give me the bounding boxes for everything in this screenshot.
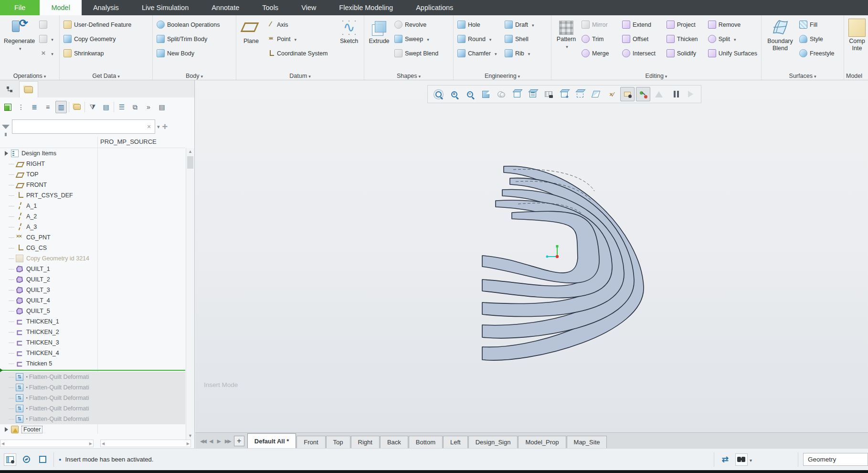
tree-item-a2[interactable]: A_2 xyxy=(0,211,185,222)
view-tab-model-prop[interactable]: Model_Prop xyxy=(518,436,566,448)
tree-horizontal-scrollbar[interactable] xyxy=(0,440,94,447)
tab-folder-browser[interactable] xyxy=(19,81,38,97)
rib-button[interactable]: Rib xyxy=(503,46,536,60)
clear-search-icon[interactable] xyxy=(147,123,155,130)
sketch-button[interactable]: Sketch xyxy=(337,18,361,70)
tree-vertical-scrollbar[interactable] xyxy=(186,148,194,440)
group-label-surfaces[interactable]: Surfaces xyxy=(762,73,844,79)
selection-filter-dropdown[interactable]: Geometry xyxy=(803,453,868,466)
collapse-all-button[interactable]: ≡ xyxy=(42,101,53,113)
checklist-view-button[interactable]: ☰ xyxy=(116,101,127,113)
delete-button[interactable] xyxy=(38,46,55,60)
tab-flexible-modeling[interactable]: Flexible Modeling xyxy=(328,0,404,15)
last-view-icon[interactable] xyxy=(225,438,230,444)
tab-live-simulation[interactable]: Live Simulation xyxy=(130,0,200,15)
zoom-in-button[interactable] xyxy=(447,87,461,101)
tree-item-thicken1[interactable]: THICKEN_1 xyxy=(0,316,185,327)
extend-button[interactable]: Extend xyxy=(621,18,664,32)
tree-column-header[interactable]: PRO_MP_SOURCE xyxy=(0,137,185,148)
tab-applications[interactable]: Applications xyxy=(404,0,465,15)
add-filter-button[interactable] xyxy=(162,121,168,132)
scroll-thumb[interactable] xyxy=(187,156,193,169)
shell-button[interactable]: Shell xyxy=(503,32,536,46)
expand-all-button[interactable]: ≣ xyxy=(29,101,40,113)
3d-model[interactable] xyxy=(468,153,659,368)
plane-button[interactable]: Plane xyxy=(239,18,264,70)
regenerate-dropdown[interactable] xyxy=(18,45,21,52)
render-style-button[interactable] xyxy=(494,87,508,101)
remove-button[interactable]: Remove xyxy=(707,18,759,32)
refit-button[interactable] xyxy=(431,87,445,101)
tree-item-flatten-quilt-2[interactable]: Flatten-Quilt Deformati xyxy=(0,382,185,393)
perspective-button[interactable] xyxy=(573,87,587,101)
view-tab-bottom[interactable]: Bottom xyxy=(409,436,443,448)
group-label-shapes[interactable]: Shapes xyxy=(364,73,453,79)
tab-view[interactable]: View xyxy=(290,0,328,15)
view-tab-top[interactable]: Top xyxy=(326,436,350,448)
scroll-down-icon[interactable] xyxy=(186,432,194,440)
solidify-button[interactable]: Solidify xyxy=(665,46,705,60)
group-label-body[interactable]: Body xyxy=(153,73,236,79)
tree-item-top[interactable]: TOP xyxy=(0,169,185,180)
intersect-button[interactable]: Intersect xyxy=(621,46,664,60)
spin-center-button[interactable] xyxy=(636,87,650,101)
thicken-button[interactable]: Thicken xyxy=(665,32,705,46)
tree-options-button[interactable]: ⋮ xyxy=(15,101,27,113)
tab-tools[interactable]: Tools xyxy=(251,0,290,15)
view-tab-left[interactable]: Left xyxy=(443,436,468,448)
group-label-datum[interactable]: Datum xyxy=(236,73,364,79)
swept-blend-button[interactable]: Swept Blend xyxy=(393,46,440,60)
filter-tree-button[interactable]: ⧩ xyxy=(87,101,98,113)
add-view-tab-button[interactable] xyxy=(234,436,244,446)
view-tab-default-all[interactable]: Default All * xyxy=(247,433,296,448)
tree-item-quilt5[interactable]: QUILT_5 xyxy=(0,306,185,316)
tree-item-thicken3[interactable]: THICKEN_3 xyxy=(0,337,185,348)
point-button[interactable]: Point xyxy=(265,32,335,46)
pattern-button[interactable]: Pattern xyxy=(554,18,579,70)
tree-item-quilt1[interactable]: QUILT_1 xyxy=(0,264,185,274)
tree-filters-button[interactable] xyxy=(71,101,83,113)
tree-item-quilt3[interactable]: QUILT_3 xyxy=(0,285,185,295)
find-button[interactable] xyxy=(735,453,748,466)
boundary-blend-button[interactable]: Boundary Blend xyxy=(764,18,796,70)
offset-button[interactable]: Offset xyxy=(621,32,664,46)
sweep-button[interactable]: Sweep xyxy=(393,32,440,46)
tree-item-footer[interactable]: Footer xyxy=(0,424,185,435)
tab-analysis[interactable]: Analysis xyxy=(82,0,130,15)
round-button[interactable]: Round xyxy=(456,32,502,46)
display-style-button[interactable] xyxy=(510,87,524,101)
view-tab-right[interactable]: Right xyxy=(351,436,380,448)
view-tab-back[interactable]: Back xyxy=(380,436,408,448)
tree-item-quilt2[interactable]: QUILT_2 xyxy=(0,274,185,285)
tree-item-thicken2[interactable]: THICKEN_2 xyxy=(0,327,185,337)
new-body-button[interactable]: New Body xyxy=(155,46,222,60)
analysis-display-button[interactable] xyxy=(652,87,666,101)
group-label-engineering[interactable]: Engineering xyxy=(454,73,551,79)
tree-item-front[interactable]: FRONT xyxy=(0,180,185,190)
boolean-operations-button[interactable]: Boolean Operations xyxy=(155,18,222,32)
tree-item-design-items[interactable]: Design Items xyxy=(0,148,185,159)
column-settings-button[interactable]: ▤ xyxy=(100,101,112,113)
view-tab-map-site[interactable]: Map_Site xyxy=(567,436,607,448)
group-label-model-intent[interactable]: Model xyxy=(844,73,868,79)
tree-item-a1[interactable]: A_1 xyxy=(0,201,185,211)
view-tab-design-sign[interactable]: Design_Sign xyxy=(468,436,518,448)
tree-item-thicken5[interactable]: Thicken 5 xyxy=(0,358,185,369)
capture-image-button[interactable] xyxy=(541,87,556,101)
axis-button[interactable]: Axis xyxy=(265,18,335,32)
settings-doc-button[interactable]: ▤ xyxy=(156,101,168,113)
tree-item-cg-pnt[interactable]: CG_PNT xyxy=(0,232,185,243)
chamfer-button[interactable]: Chamfer xyxy=(456,46,502,60)
tree-item-flatten-quilt-5[interactable]: Flatten-Quilt Deformati xyxy=(0,414,185,424)
tab-annotate[interactable]: Annotate xyxy=(200,0,251,15)
tree-item-cg-cs[interactable]: CG_CS xyxy=(0,243,185,253)
graphics-area[interactable]: Insert Mode xyxy=(195,80,868,432)
resume-button[interactable] xyxy=(683,87,698,101)
tree-columns-button[interactable]: ▥ xyxy=(55,101,67,113)
pause-button[interactable] xyxy=(667,87,682,101)
tree-item-thicken4[interactable]: THICKEN_4 xyxy=(0,348,185,358)
tab-model-tree[interactable] xyxy=(0,81,19,97)
draft-button[interactable]: Draft xyxy=(503,18,536,32)
section-button[interactable] xyxy=(589,87,603,101)
split-button[interactable]: Split xyxy=(707,32,759,46)
